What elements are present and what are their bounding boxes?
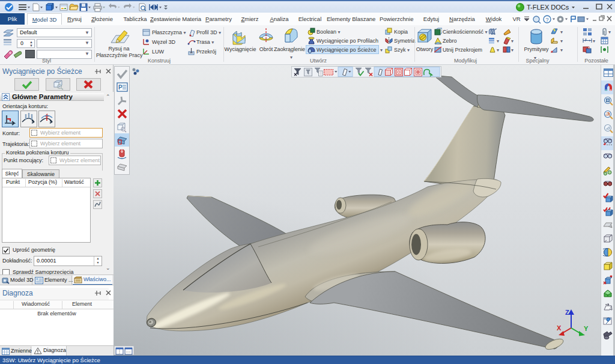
- svg-text:Z: Z: [565, 309, 569, 316]
- svg-text:Y: Y: [584, 325, 589, 332]
- svg-text:X: X: [557, 324, 562, 332]
- svg-text:P: P: [118, 84, 123, 91]
- svg-text:T-FLEX DOCs: T-FLEX DOCs: [527, 4, 569, 11]
- svg-text:?: ?: [546, 17, 549, 23]
